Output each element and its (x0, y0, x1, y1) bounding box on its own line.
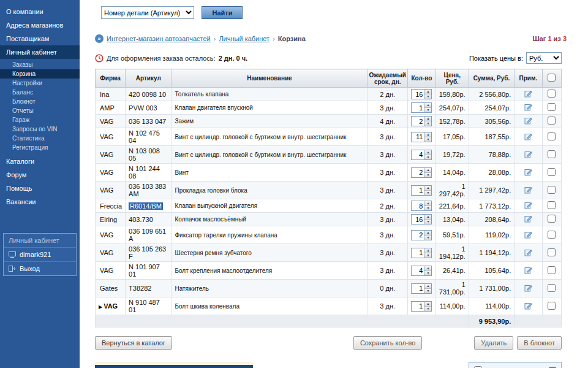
edit-note-icon[interactable] (524, 201, 532, 209)
qty-decrease-button[interactable]: ▼ (424, 306, 431, 311)
qty-decrease-button[interactable]: ▼ (424, 137, 431, 142)
qty-increase-button[interactable]: ▲ (424, 132, 431, 137)
sidebar-subitem[interactable]: Корзина (0, 69, 80, 79)
sidebar-subitem[interactable]: Запросы по VIN (0, 125, 80, 134)
search-type-select[interactable]: Номер детали (Артикул) (101, 6, 194, 19)
qty-decrease-button[interactable]: ▼ (424, 270, 431, 275)
back-to-catalog-button[interactable]: Вернуться в каталог (95, 336, 172, 350)
sidebar-item[interactable]: Вакансии (0, 195, 80, 209)
qty-increase-button[interactable]: ▲ (424, 201, 431, 205)
edit-note-icon[interactable] (524, 284, 532, 292)
quantity-input[interactable] (412, 284, 424, 293)
qty-decrease-button[interactable]: ▼ (424, 219, 431, 224)
sidebar-subitem[interactable]: Регистрация (0, 143, 80, 152)
row-checkbox[interactable] (548, 90, 556, 98)
search-button[interactable]: Найти (202, 6, 243, 19)
sidebar-subitem[interactable]: Отчеты (0, 106, 80, 115)
qty-increase-button[interactable]: ▲ (424, 186, 431, 190)
edit-note-icon[interactable] (524, 132, 532, 140)
breadcrumb-link-cabinet[interactable]: Личный кабинет (219, 35, 270, 42)
row-checkbox[interactable] (548, 168, 556, 176)
qty-decrease-button[interactable]: ▼ (424, 121, 431, 126)
edit-note-icon[interactable] (524, 168, 532, 176)
quantity-input[interactable] (412, 168, 424, 177)
sidebar-item[interactable]: Адреса магазинов (0, 18, 80, 32)
row-checkbox[interactable] (548, 150, 556, 158)
qty-increase-button[interactable]: ▲ (424, 266, 431, 270)
edit-note-icon[interactable] (524, 103, 532, 111)
sidebar-subitem[interactable]: Статистика (0, 134, 80, 143)
row-checkbox[interactable] (548, 117, 556, 125)
qty-increase-button[interactable]: ▲ (424, 90, 431, 94)
row-checkbox[interactable] (548, 201, 556, 209)
row-checkbox[interactable] (548, 284, 556, 292)
qty-increase-button[interactable]: ▲ (424, 168, 431, 172)
qty-decrease-button[interactable]: ▼ (424, 288, 431, 293)
quantity-input[interactable] (412, 103, 424, 112)
qty-decrease-button[interactable]: ▼ (424, 205, 431, 210)
logout-button[interactable]: Выход (4, 262, 76, 275)
qty-increase-button[interactable]: ▲ (424, 302, 431, 306)
sidebar-subitem[interactable]: Баланс (0, 88, 80, 97)
edit-note-icon[interactable] (524, 90, 532, 98)
edit-note-icon[interactable] (524, 215, 532, 223)
qty-decrease-button[interactable]: ▼ (424, 94, 431, 99)
qty-decrease-button[interactable]: ▼ (424, 107, 431, 112)
sidebar-item[interactable]: Каталоги (0, 155, 80, 168)
sidebar-subitem[interactable]: Заказы (0, 60, 80, 69)
edit-note-icon[interactable] (524, 302, 532, 310)
row-checkbox[interactable] (548, 231, 556, 239)
edit-note-icon[interactable] (524, 248, 532, 256)
row-checkbox[interactable] (548, 215, 556, 223)
qty-decrease-button[interactable]: ▼ (424, 235, 431, 240)
qty-decrease-button[interactable]: ▼ (424, 155, 431, 159)
sidebar-subitem[interactable]: Гараж (0, 115, 80, 125)
qty-increase-button[interactable]: ▲ (424, 231, 431, 235)
quantity-input[interactable] (412, 150, 424, 159)
select-all-checkbox[interactable] (548, 74, 556, 82)
qty-decrease-button[interactable]: ▼ (424, 253, 431, 258)
breadcrumb-link-shop[interactable]: Интернет-магазин автозапчастей (107, 35, 211, 42)
to-notebook-button[interactable]: В блокнот (517, 336, 562, 350)
quantity-input[interactable] (412, 201, 424, 210)
account-user[interactable]: dimark921 (4, 248, 76, 262)
qty-increase-button[interactable]: ▲ (424, 248, 431, 253)
qty-decrease-button[interactable]: ▼ (424, 190, 431, 195)
qty-increase-button[interactable]: ▲ (424, 117, 431, 121)
row-checkbox[interactable] (548, 248, 556, 256)
row-checkbox[interactable] (548, 186, 556, 194)
delete-button[interactable]: Удалить (474, 336, 513, 350)
row-checkbox[interactable] (548, 266, 556, 274)
edit-note-icon[interactable] (524, 231, 532, 239)
quantity-input[interactable] (412, 215, 424, 224)
edit-note-icon[interactable] (524, 266, 532, 274)
quantity-input[interactable] (412, 231, 424, 240)
row-checkbox[interactable] (548, 132, 556, 140)
sidebar-item-cabinet[interactable]: Личный кабинет (0, 45, 80, 59)
qty-increase-button[interactable]: ▲ (424, 103, 431, 107)
quantity-input[interactable] (412, 266, 424, 275)
sidebar-item[interactable]: Поставщикам (0, 32, 80, 45)
edit-note-icon[interactable] (524, 186, 532, 194)
quantity-input[interactable] (412, 248, 424, 258)
sidebar-item[interactable]: Помощь (0, 182, 80, 195)
quantity-input[interactable] (412, 302, 424, 311)
quantity-input[interactable] (412, 186, 424, 195)
row-checkbox[interactable] (548, 302, 556, 310)
currency-select[interactable]: Руб. (526, 52, 562, 64)
edit-note-icon[interactable] (524, 150, 532, 158)
edit-note-icon[interactable] (524, 117, 532, 125)
quantity-input[interactable] (412, 90, 424, 99)
sidebar-item[interactable]: О компании (0, 5, 80, 18)
qty-increase-button[interactable]: ▲ (424, 284, 431, 288)
qty-increase-button[interactable]: ▲ (424, 150, 431, 155)
save-quantity-button[interactable]: Сохранить кол-во (353, 336, 422, 350)
sidebar-subitem[interactable]: Настройки (0, 79, 80, 88)
sidebar-item[interactable]: Форум (0, 168, 80, 182)
qty-decrease-button[interactable]: ▼ (424, 172, 431, 177)
sidebar-subitem[interactable]: Блокнот (0, 97, 80, 106)
quantity-input[interactable] (412, 132, 424, 142)
quantity-input[interactable] (412, 117, 424, 126)
qty-increase-button[interactable]: ▲ (424, 215, 431, 219)
row-checkbox[interactable] (548, 103, 556, 111)
